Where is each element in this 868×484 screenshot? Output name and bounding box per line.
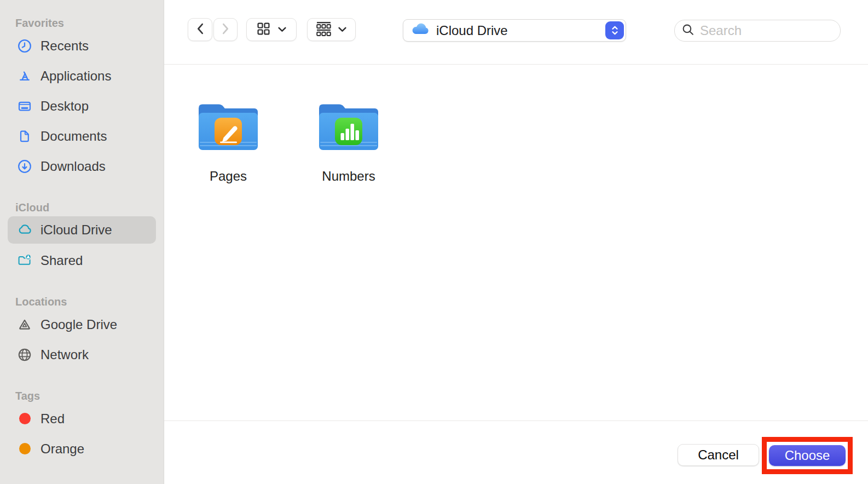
sidebar-section-icloud: iCloud iCloud Drive Shared (8, 200, 156, 275)
group-view-icon (316, 22, 331, 38)
sidebar-item-label: Red (40, 411, 65, 427)
sidebar-item-label: iCloud Drive (40, 222, 112, 238)
sidebar: Favorites Recents Applications Desktop (0, 0, 164, 484)
sidebar-item-applications[interactable]: Applications (8, 61, 156, 91)
sidebar-item-google-drive[interactable]: Google Drive (8, 309, 156, 339)
chevron-down-icon (278, 26, 286, 34)
sidebar-section-locations: Locations Google Drive Network (8, 294, 156, 370)
chevron-right-icon (222, 23, 229, 36)
section-title-tags: Tags (8, 388, 156, 404)
sidebar-item-label: Orange (40, 441, 84, 457)
sidebar-item-label: Documents (40, 129, 107, 144)
folder-name: Numbers (322, 169, 375, 184)
sidebar-item-label: Desktop (40, 99, 89, 114)
sidebar-item-documents[interactable]: Documents (8, 121, 156, 151)
chevron-left-icon (196, 23, 204, 36)
desktop-icon (16, 98, 33, 114)
sidebar-item-desktop[interactable]: Desktop (8, 91, 156, 121)
app-store-icon (16, 68, 33, 84)
sidebar-item-label: Downloads (40, 159, 106, 174)
sidebar-item-icloud-drive[interactable]: iCloud Drive (8, 216, 156, 244)
location-dropdown-label: iCloud Drive (436, 23, 605, 38)
sidebar-item-downloads[interactable]: Downloads (8, 151, 156, 181)
section-title-locations: Locations (8, 294, 156, 309)
sidebar-item-label: Google Drive (40, 317, 117, 332)
folder-icon (195, 100, 261, 154)
chevron-down-icon (338, 26, 346, 34)
network-globe-icon (16, 347, 33, 363)
icloud-drive-icon (411, 23, 430, 38)
download-circle-icon (16, 158, 33, 175)
shared-folder-icon (16, 252, 33, 269)
sidebar-item-network[interactable]: Network (8, 339, 156, 370)
pages-app-badge-icon (215, 118, 242, 145)
clock-icon (16, 38, 33, 54)
dropdown-stepper-icon (605, 21, 624, 39)
sidebar-item-label: Recents (40, 38, 89, 54)
location-dropdown[interactable]: iCloud Drive (403, 19, 626, 42)
dialog-footer: Cancel Choose (164, 420, 868, 484)
folder-numbers[interactable]: Numbers (308, 100, 390, 184)
sidebar-item-tag-red[interactable]: Red (8, 404, 156, 434)
back-button[interactable] (188, 18, 212, 41)
section-title-icloud: iCloud (8, 200, 156, 215)
orange-tag-dot-icon (16, 441, 33, 457)
document-icon (16, 128, 33, 145)
toolbar: iCloud Drive (164, 0, 868, 65)
grid-view-icon (257, 22, 270, 37)
file-browser: Pages Numbe (164, 65, 868, 420)
sidebar-item-label: Applications (40, 68, 111, 84)
icloud-cloud-icon (16, 222, 33, 238)
choose-button[interactable]: Choose (769, 445, 846, 466)
sidebar-section-favorites: Favorites Recents Applications Desktop (8, 15, 156, 181)
folder-icon (316, 100, 381, 154)
icon-view-button[interactable] (246, 18, 297, 41)
group-view-button[interactable] (307, 18, 356, 41)
forward-button[interactable] (213, 18, 238, 41)
sidebar-item-tag-orange[interactable]: Orange (8, 434, 156, 464)
section-title-favorites: Favorites (8, 15, 156, 31)
sidebar-item-label: Shared (40, 253, 83, 268)
search-field (674, 20, 841, 42)
annotation-highlight-box: Choose (762, 437, 853, 474)
folder-name: Pages (210, 169, 247, 184)
cancel-button[interactable]: Cancel (678, 444, 759, 466)
search-input[interactable] (700, 23, 826, 38)
numbers-app-badge-icon (335, 118, 362, 145)
sidebar-item-recents[interactable]: Recents (8, 31, 156, 61)
search-icon (682, 24, 695, 38)
red-tag-dot-icon (16, 411, 33, 427)
folder-pages[interactable]: Pages (187, 100, 269, 184)
sidebar-section-tags: Tags Red Orange (8, 388, 156, 464)
sidebar-item-shared[interactable]: Shared (8, 245, 156, 275)
google-drive-icon (16, 316, 33, 333)
sidebar-item-label: Network (40, 347, 89, 362)
file-picker-dialog: Favorites Recents Applications Desktop (0, 0, 868, 484)
